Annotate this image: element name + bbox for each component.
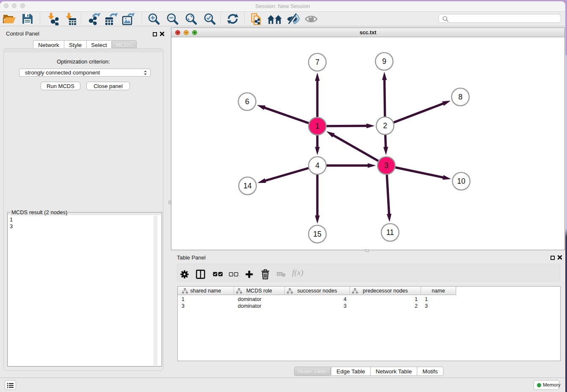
svg-text:2: 2	[383, 121, 387, 130]
svg-text:7: 7	[315, 58, 319, 66]
svg-text:11: 11	[386, 228, 394, 237]
svg-text:14: 14	[243, 182, 252, 190]
svg-text:4: 4	[315, 161, 319, 170]
svg-text:1: 1	[315, 122, 319, 130]
svg-text:3: 3	[384, 161, 388, 170]
svg-text:6: 6	[245, 97, 249, 106]
svg-text:15: 15	[313, 230, 321, 238]
svg-text:10: 10	[457, 177, 465, 185]
svg-text:8: 8	[458, 93, 462, 101]
svg-text:9: 9	[382, 57, 386, 66]
